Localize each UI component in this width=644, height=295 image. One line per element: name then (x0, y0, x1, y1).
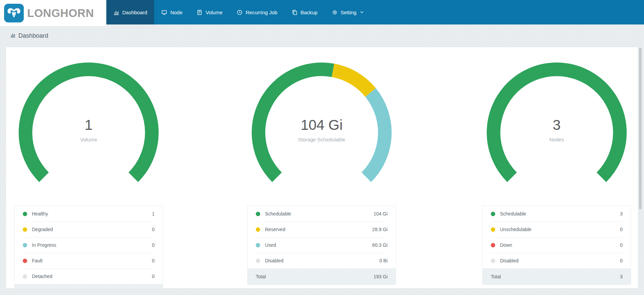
backup-icon (292, 10, 298, 15)
nav-item-label: Dashboard (122, 10, 147, 15)
setting-icon (332, 10, 338, 15)
status-dot (23, 259, 27, 263)
storage-legend-table: Schedulable 104 Gi Reserved 28.9 Gi Used… (247, 206, 396, 285)
row-label: Detached (32, 274, 152, 279)
page-title: Dashboard (18, 32, 48, 39)
status-dot (491, 212, 495, 216)
row-label: Reserved (265, 227, 372, 232)
table-row: Detached 0 (15, 268, 163, 284)
status-dot (23, 212, 27, 216)
volume-legend-table: Healthy 1 Degraded 0 In Progress 0 Fault… (14, 206, 163, 288)
row-value: 3 (620, 211, 623, 216)
table-row: Healthy 1 (15, 206, 163, 222)
nav-item-dashboard[interactable]: Dashboard (106, 0, 154, 24)
row-value: 0 (152, 258, 155, 263)
nodes-gauge: 3 Nodes (487, 63, 627, 203)
scrollbar-thumb[interactable] (639, 48, 642, 209)
row-label: Disabled (500, 258, 620, 263)
row-label: Fault (32, 258, 152, 263)
row-value: 1 (152, 211, 155, 216)
status-dot (23, 227, 27, 232)
row-label: Used (265, 242, 372, 248)
nav-item-label: Recurring Job (246, 10, 277, 15)
nodes-column: 3 Nodes Schedulable 3 Unschedulable 0 Do… (482, 47, 631, 288)
row-value: 0 (152, 274, 155, 279)
table-row: Unschedulable 0 (483, 222, 631, 237)
nav-item-node[interactable]: Node (154, 0, 190, 24)
table-row: Schedulable 3 (483, 206, 631, 222)
row-value: 0 (152, 227, 155, 232)
row-value: 0 Bi (379, 258, 388, 263)
row-value: 0 (152, 242, 155, 248)
table-row: Disabled 0 Bi (248, 253, 396, 268)
table-row: Down 0 (483, 237, 631, 253)
gauge-label: Nodes (487, 137, 627, 142)
row-value: 104 Gi (374, 211, 388, 216)
total-row: Total 193 Gi (248, 268, 396, 284)
breadcrumb: Dashboard (0, 24, 48, 47)
status-dot (491, 227, 495, 232)
nav-item-volume[interactable]: Volume (190, 0, 230, 24)
nav-item-backup[interactable]: Backup (285, 0, 325, 24)
gauge-value: 3 (487, 117, 627, 133)
status-dot (256, 243, 260, 247)
status-dot (491, 243, 495, 247)
row-label: Schedulable (500, 211, 620, 216)
table-row: Used 60.3 Gi (248, 237, 396, 253)
nav-item-label: Setting (341, 10, 357, 15)
status-dot (491, 259, 495, 263)
app-name: LONGHORN (27, 7, 94, 20)
gauge-value: 104 Gi (252, 117, 392, 133)
table-row: Degraded 0 (15, 222, 163, 237)
app-logo[interactable]: LONGHORN (0, 0, 106, 26)
longhorn-bull-icon (4, 4, 24, 22)
status-dot (256, 212, 260, 216)
table-row: Reserved 28.9 Gi (248, 222, 396, 237)
breadcrumb-chart-icon (10, 32, 16, 39)
dashboard-icon (113, 10, 119, 15)
storage-gauge: 104 Gi Storage Schedulable (252, 63, 392, 203)
nav-item-label: Volume (205, 10, 222, 15)
row-value: 0 (620, 227, 623, 232)
total-label: Total (491, 274, 620, 279)
row-label: In Progress (32, 242, 152, 248)
row-label: Unschedulable (500, 227, 620, 232)
volume-column: 1 Volume Healthy 1 Degraded 0 In Progres… (14, 47, 163, 288)
table-row: In Progress 0 (15, 237, 163, 253)
gauge-value: 1 (19, 117, 159, 133)
nav-item-label: Backup (301, 10, 318, 15)
main-nav: Dashboard Node Volume (106, 0, 371, 24)
node-icon (161, 10, 167, 15)
total-row-cutoff (15, 284, 163, 288)
total-value: 193 Gi (374, 274, 388, 279)
total-label: Total (256, 274, 374, 279)
gauge-label: Volume (19, 137, 159, 142)
volume-icon (197, 10, 202, 15)
total-row: Total 3 (483, 268, 631, 284)
table-row: Fault 0 (15, 253, 163, 268)
volume-gauge: 1 Volume (19, 63, 159, 203)
row-label: Healthy (32, 211, 152, 216)
status-dot (256, 227, 260, 232)
storage-column: 104 Gi Storage Schedulable Schedulable 1… (247, 47, 396, 288)
chevron-down-icon (360, 11, 364, 14)
status-dot (256, 259, 260, 263)
row-value: 60.3 Gi (372, 242, 388, 248)
status-dot (23, 243, 27, 247)
status-dot (23, 274, 27, 279)
row-label: Down (500, 242, 620, 248)
table-row: Schedulable 104 Gi (248, 206, 396, 222)
row-label: Degraded (32, 227, 152, 232)
nav-item-recurring-job[interactable]: Recurring Job (230, 0, 284, 24)
dashboard-card: 1 Volume Healthy 1 Degraded 0 In Progres… (6, 47, 638, 288)
row-value: 0 (620, 258, 623, 263)
row-label: Disabled (265, 258, 379, 263)
nav-item-label: Node (170, 10, 182, 15)
recurring-job-icon (237, 10, 243, 15)
nodes-legend-table: Schedulable 3 Unschedulable 0 Down 0 Dis… (482, 206, 631, 285)
row-value: 0 (620, 242, 623, 248)
nav-item-setting[interactable]: Setting (325, 0, 371, 24)
gauge-label: Storage Schedulable (252, 137, 392, 142)
row-value: 28.9 Gi (372, 227, 388, 232)
row-label: Schedulable (265, 211, 374, 216)
